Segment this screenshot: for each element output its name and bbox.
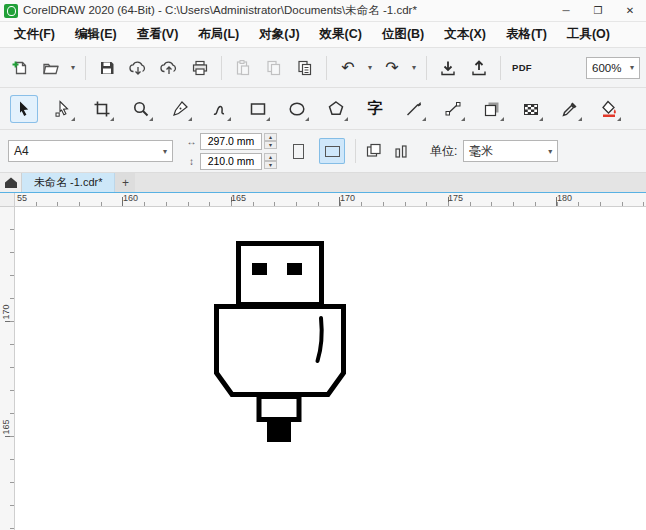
toolbar-separator <box>355 139 356 163</box>
bezier-tool-icon <box>444 100 462 118</box>
all-pages-icon <box>365 142 383 160</box>
minimize-button[interactable]: ─ <box>550 0 582 21</box>
transparency-tool-icon <box>522 100 540 118</box>
current-page-button[interactable] <box>388 137 416 165</box>
menu-view[interactable]: 查看(V) <box>127 22 189 47</box>
new-document-button[interactable] <box>6 54 34 82</box>
open-button[interactable] <box>37 54 65 82</box>
eyedropper-tool-icon <box>561 100 579 118</box>
document-tab-active[interactable]: 未命名 -1.cdr* <box>22 173 115 192</box>
welcome-tab-button[interactable] <box>0 173 22 192</box>
landscape-button[interactable] <box>319 138 345 164</box>
interactive-fill-tool-button[interactable] <box>595 95 623 123</box>
usb-pin-left[interactable] <box>252 263 267 275</box>
usb-top-rect[interactable] <box>239 244 322 305</box>
copy-button[interactable] <box>260 54 288 82</box>
zoom-level-select[interactable]: 600% <box>586 57 640 79</box>
horizontal-ruler[interactable]: 55 160 165 170 175 180 <box>15 193 646 207</box>
crop-tool-button[interactable] <box>88 95 116 123</box>
print-button[interactable] <box>186 54 214 82</box>
pick-tool-icon <box>15 100 33 118</box>
zoom-tool-icon <box>132 100 150 118</box>
usb-body[interactable] <box>217 307 344 395</box>
landscape-icon <box>325 146 340 157</box>
ruler-origin-corner[interactable] <box>0 193 15 207</box>
undo-button[interactable]: ↶ <box>334 54 362 82</box>
menu-file[interactable]: 文件(F) <box>4 22 65 47</box>
spin-up-icon[interactable] <box>264 133 277 141</box>
coreldraw-window: CorelDRAW 2020 (64-Bit) - C:\Users\Admin… <box>0 0 646 530</box>
spin-down-icon[interactable] <box>264 141 277 149</box>
maximize-button[interactable]: ❐ <box>582 0 614 21</box>
menu-edit[interactable]: 编辑(E) <box>65 22 127 47</box>
polygon-tool-icon <box>327 100 345 118</box>
units-select[interactable]: 毫米 <box>463 140 558 162</box>
menu-bitmaps[interactable]: 位图(B) <box>372 22 434 47</box>
menu-effects[interactable]: 效果(C) <box>310 22 372 47</box>
transparency-tool-button[interactable] <box>517 95 545 123</box>
open-dropdown-arrow-icon[interactable] <box>68 63 78 72</box>
usb-plug-drawing[interactable] <box>214 241 346 443</box>
drop-shadow-tool-button[interactable] <box>478 95 506 123</box>
page-height-icon <box>185 156 198 167</box>
page-width-spinner <box>264 133 277 149</box>
new-document-tab-button[interactable]: + <box>115 173 135 192</box>
titlebar: CorelDRAW 2020 (64-Bit) - C:\Users\Admin… <box>0 0 646 22</box>
ellipse-tool-icon <box>288 100 306 118</box>
export-button[interactable] <box>465 54 493 82</box>
toolbar-separator <box>426 56 427 80</box>
shape-tool-icon <box>54 100 72 118</box>
page-height-input[interactable] <box>200 153 262 170</box>
eyedropper-tool-button[interactable] <box>556 95 584 123</box>
cloud-save-button[interactable] <box>155 54 183 82</box>
menu-tools[interactable]: 工具(O) <box>557 22 620 47</box>
ellipse-tool-button[interactable] <box>283 95 311 123</box>
pick-tool-button[interactable] <box>10 95 38 123</box>
text-tool-button[interactable]: 字 <box>361 95 389 123</box>
line-tool-icon <box>405 100 423 118</box>
drawing-canvas[interactable] <box>15 207 646 530</box>
import-button[interactable] <box>434 54 462 82</box>
save-button[interactable] <box>93 54 121 82</box>
undo-dropdown-arrow-icon[interactable] <box>365 63 375 72</box>
rectangle-tool-button[interactable] <box>244 95 272 123</box>
page-width-icon <box>185 136 198 147</box>
document-tab-label: 未命名 -1.cdr* <box>34 175 102 190</box>
portrait-button[interactable] <box>285 138 311 164</box>
usb-pin-right[interactable] <box>287 263 302 275</box>
ruler-label: 165 <box>1 418 11 436</box>
units-label: 单位: <box>430 143 457 160</box>
copy-icon <box>265 59 283 77</box>
vertical-ruler[interactable]: 170 165 <box>0 207 15 530</box>
publish-pdf-button[interactable]: PDF <box>508 54 536 82</box>
cloud-open-button[interactable] <box>124 54 152 82</box>
spin-up-icon[interactable] <box>264 153 277 161</box>
menu-table[interactable]: 表格(T) <box>496 22 557 47</box>
paste-button[interactable] <box>229 54 257 82</box>
pen-tool-button[interactable] <box>166 95 194 123</box>
import-icon <box>439 59 457 77</box>
menu-object[interactable]: 对象(J) <box>249 22 309 47</box>
freehand-tool-icon <box>210 100 228 118</box>
menu-text[interactable]: 文本(X) <box>434 22 496 47</box>
duplicate-icon <box>296 59 314 77</box>
window-title: CorelDRAW 2020 (64-Bit) - C:\Users\Admin… <box>23 3 550 18</box>
redo-button[interactable]: ↷ <box>378 54 406 82</box>
redo-dropdown-arrow-icon[interactable] <box>409 63 419 72</box>
duplicate-button[interactable] <box>291 54 319 82</box>
freehand-tool-button[interactable] <box>205 95 233 123</box>
spin-down-icon[interactable] <box>264 161 277 169</box>
pdf-icon: PDF <box>512 62 532 73</box>
usb-cable-stub[interactable] <box>267 421 291 442</box>
page-size-select[interactable]: A4 <box>8 140 173 162</box>
page-width-input[interactable] <box>200 133 262 150</box>
shape-tool-button[interactable] <box>49 95 77 123</box>
close-button[interactable]: ✕ <box>614 0 646 21</box>
all-pages-button[interactable] <box>360 137 388 165</box>
polygon-tool-button[interactable] <box>322 95 350 123</box>
bezier-tool-button[interactable] <box>439 95 467 123</box>
line-tool-button[interactable] <box>400 95 428 123</box>
menu-layout[interactable]: 布局(L) <box>188 22 249 47</box>
usb-neck[interactable] <box>259 397 299 420</box>
zoom-tool-button[interactable] <box>127 95 155 123</box>
